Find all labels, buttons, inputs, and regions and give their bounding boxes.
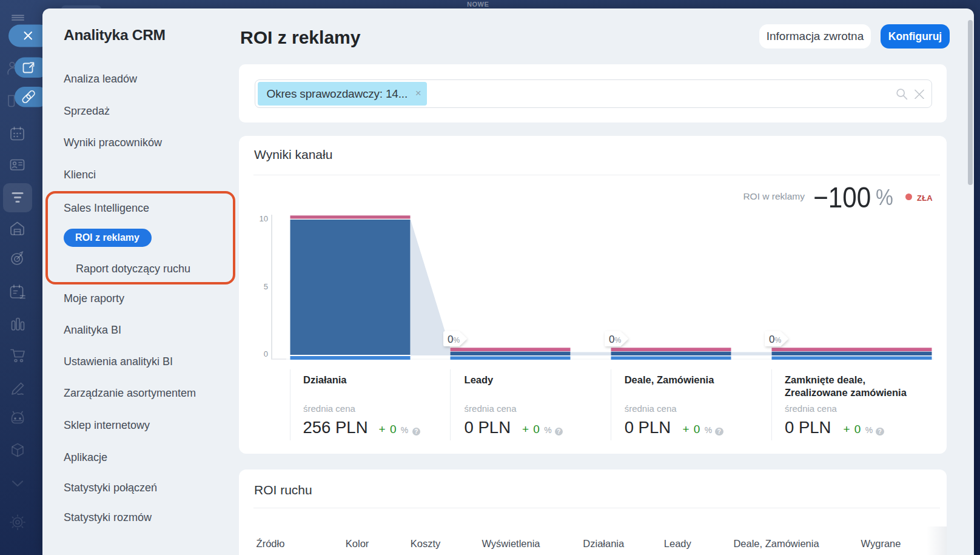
- svg-text:5: 5: [264, 282, 268, 291]
- svg-text:0: 0: [264, 349, 268, 358]
- svg-text:10: 10: [260, 214, 268, 223]
